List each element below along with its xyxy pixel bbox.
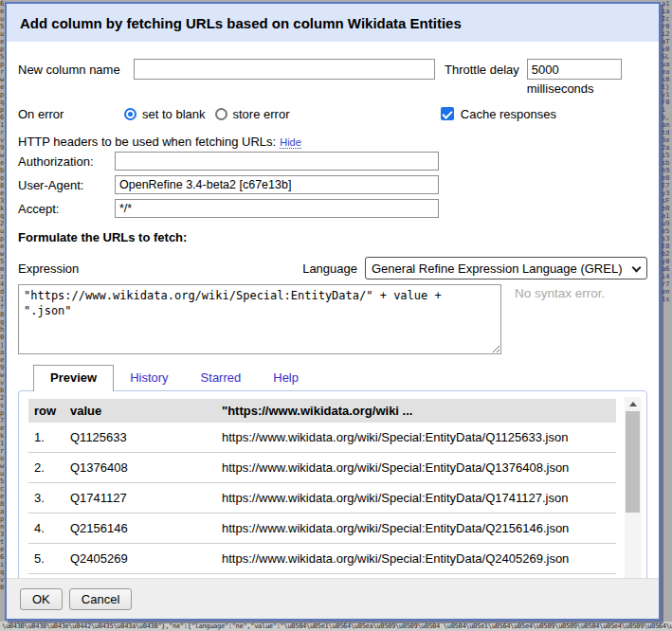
table-row: 5. Q2405269 https://www.wikidata.org/wik… bbox=[28, 544, 616, 574]
row-url: https://www.wikidata.org/wiki/Special:En… bbox=[222, 430, 616, 444]
cache-responses-label: Cache responses bbox=[461, 107, 556, 121]
dialog-body: New column name Throttle delay milliseco… bbox=[7, 42, 659, 578]
expression-textarea[interactable]: "https://www.wikidata.org/wiki/Special:E… bbox=[18, 284, 501, 354]
column-header-value: value bbox=[70, 404, 222, 418]
scroll-up-icon[interactable] bbox=[625, 397, 641, 411]
on-error-row: On error set to blank store error Cache … bbox=[18, 104, 647, 123]
radio-selected-icon[interactable] bbox=[124, 108, 136, 120]
preview-table-header: row value "https://www.wikidata.org/wiki… bbox=[28, 399, 616, 423]
table-row: 4. Q2156146 https://www.wikidata.org/wik… bbox=[28, 514, 616, 544]
checkbox-checked-icon[interactable] bbox=[441, 107, 454, 120]
cache-responses-group[interactable]: Cache responses bbox=[441, 107, 556, 121]
dialog-title: Add column by fetching URLs based on col… bbox=[7, 4, 659, 42]
cancel-button[interactable]: Cancel bbox=[69, 588, 132, 610]
tab-help[interactable]: Help bbox=[257, 366, 315, 390]
on-error-option-store-error[interactable]: store error bbox=[215, 107, 290, 121]
row-number: 5. bbox=[34, 551, 70, 566]
milliseconds-label: milliseconds bbox=[527, 81, 622, 96]
language-group: Language General Refine Expression Langu… bbox=[302, 257, 647, 279]
column-header-url: "https://www.wikidata.org/wiki ... bbox=[222, 404, 616, 418]
tab-preview[interactable]: Preview bbox=[33, 365, 114, 391]
new-column-name-input[interactable] bbox=[134, 59, 435, 80]
tab-starred[interactable]: Starred bbox=[185, 366, 258, 390]
row-url: https://www.wikidata.org/wiki/Special:En… bbox=[222, 551, 616, 566]
row-url: https://www.wikidata.org/wiki/Special:En… bbox=[222, 491, 616, 505]
user-agent-input[interactable] bbox=[115, 175, 439, 194]
preview-scrollbar[interactable] bbox=[625, 397, 641, 578]
expression-label: Expression bbox=[18, 261, 79, 276]
language-select[interactable]: General Refine Expression Language (GREL… bbox=[365, 257, 647, 279]
chevron-down-icon bbox=[632, 263, 642, 273]
authorization-input[interactable] bbox=[115, 152, 439, 171]
column-header-row: row bbox=[34, 404, 70, 418]
row-value: Q2405269 bbox=[70, 551, 222, 566]
preview-panel: row value "https://www.wikidata.org/wiki… bbox=[18, 390, 647, 578]
scrollbar-thumb[interactable] bbox=[626, 411, 640, 513]
row-value: Q1741127 bbox=[70, 491, 222, 505]
on-error-option-label: set to blank bbox=[142, 107, 206, 121]
add-column-by-fetching-urls-dialog: Add column by fetching URLs based on col… bbox=[5, 2, 661, 621]
preview-table-body: 1. Q1125633 https://www.wikidata.org/wik… bbox=[28, 423, 616, 578]
new-column-name-label: New column name bbox=[18, 59, 134, 77]
background-page-right: a1iaIcr0i2aTv0SLuaeas8E}y1F0ib,antd3e2ai… bbox=[662, 0, 672, 631]
row-url: https://www.wikidata.org/wiki/Special:En… bbox=[222, 521, 616, 535]
http-headers-label: HTTP headers to be used when fetching UR… bbox=[18, 135, 276, 149]
throttle-delay-label: Throttle delay bbox=[445, 59, 519, 77]
new-column-row: New column name Throttle delay milliseco… bbox=[18, 59, 647, 99]
table-row: 2. Q1376408 https://www.wikidata.org/wik… bbox=[28, 453, 616, 483]
language-label: Language bbox=[302, 261, 357, 276]
ok-button[interactable]: OK bbox=[20, 588, 63, 610]
expression-block: "https://www.wikidata.org/wiki/Special:E… bbox=[18, 284, 647, 354]
on-error-option-set-to-blank[interactable]: set to blank bbox=[124, 107, 206, 121]
row-number: 2. bbox=[34, 460, 70, 475]
tab-bar: Preview History Starred Help bbox=[18, 364, 647, 390]
row-value: Q2156146 bbox=[70, 521, 222, 535]
table-row: 6. Q2864894 https://www.wikidata.org/wik… bbox=[28, 574, 616, 578]
dialog-footer: OK Cancel bbox=[7, 578, 659, 619]
language-selected-value: General Refine Expression Language (GREL… bbox=[372, 261, 622, 276]
http-headers-line: HTTP headers to be used when fetching UR… bbox=[18, 135, 647, 149]
row-number: 3. bbox=[34, 491, 70, 505]
throttle-delay-group: milliseconds bbox=[527, 59, 622, 96]
table-row: 1. Q1125633 https://www.wikidata.org/wik… bbox=[28, 423, 616, 453]
hide-headers-link[interactable]: Hide bbox=[280, 136, 301, 149]
accept-label: Accept: bbox=[18, 202, 115, 216]
expression-row: Expression Language General Refine Expre… bbox=[18, 256, 647, 280]
row-value: Q1125633 bbox=[70, 430, 222, 444]
row-number: 1. bbox=[34, 430, 70, 444]
row-number: 4. bbox=[34, 521, 70, 535]
user-agent-label: User-Agent: bbox=[18, 178, 115, 192]
formulate-heading: Formulate the URLs to fetch: bbox=[18, 230, 647, 244]
http-headers-grid: Authorization: User-Agent: Accept: bbox=[18, 152, 647, 218]
background-page-bottom: \u0430\u0438\u043e\u0442\u0435\u043a\u04… bbox=[0, 622, 672, 631]
on-error-label: On error bbox=[18, 107, 124, 121]
row-value: Q1376408 bbox=[70, 460, 222, 475]
throttle-delay-input[interactable] bbox=[527, 59, 622, 80]
row-url: https://www.wikidata.org/wiki/Special:En… bbox=[222, 460, 616, 475]
radio-unselected-icon[interactable] bbox=[215, 108, 227, 120]
syntax-status: No syntax error. bbox=[515, 284, 605, 300]
table-row: 3. Q1741127 https://www.wikidata.org/wik… bbox=[28, 483, 616, 514]
tab-history[interactable]: History bbox=[114, 366, 184, 390]
on-error-option-label: store error bbox=[233, 107, 290, 121]
accept-input[interactable] bbox=[115, 199, 439, 218]
preview-table: row value "https://www.wikidata.org/wiki… bbox=[28, 399, 616, 578]
authorization-label: Authorization: bbox=[18, 154, 115, 169]
